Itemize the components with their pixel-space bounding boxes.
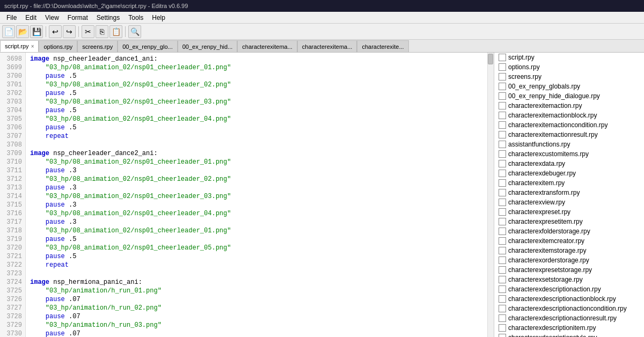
file-item-25[interactable]: characterexdescriptionactionblock.rpy — [494, 294, 644, 304]
code-area[interactable]: image nsp_cheerleader_dance1_ani: "03_hp… — [26, 53, 487, 337]
file-label-15: characterexview.rpy — [508, 199, 565, 206]
code-line-3724: image nsp_hermiona_panic_ani: — [30, 278, 483, 287]
file-item-5[interactable]: characterexitemaction.rpy — [494, 101, 644, 111]
line-num-3699: 3699 — [0, 63, 25, 72]
tab-4[interactable]: 00_ex_renpy_hid... — [178, 40, 238, 52]
file-label-16: characterexpreset.rpy — [508, 208, 570, 216]
file-item-7[interactable]: characterexitemactioncondition.rpy — [494, 120, 644, 130]
code-line-3701: "03_hp/08_animation_02/nsp01_cheerleader… — [30, 80, 483, 89]
tab-5[interactable]: characterexitema... — [237, 40, 297, 52]
file-item-23[interactable]: characterexsetstorage.rpy — [494, 275, 644, 284]
tab-close-0[interactable]: × — [31, 43, 34, 49]
tab-6[interactable]: characterexitema... — [297, 40, 357, 52]
code-line-3725: "03_hp/animation/h_run_01.png" — [30, 287, 483, 295]
file-label-21: characterexorderstorage.rpy — [508, 257, 589, 264]
menu-settings[interactable]: Settings — [92, 13, 124, 23]
file-label-22: characterexpresetstorage.rpy — [508, 266, 592, 274]
line-num-3724: 3724 — [0, 278, 25, 287]
copy-button[interactable]: ⎘ — [96, 25, 108, 38]
open-file-button[interactable]: 📂 — [16, 25, 29, 38]
tab-label-5: characterexitema... — [242, 43, 292, 50]
file-item-16[interactable]: characterexpreset.rpy — [494, 207, 644, 217]
file-item-17[interactable]: characterexpresetitem.rpy — [494, 217, 644, 226]
file-item-26[interactable]: characterexdescriptionactioncondition.rp… — [494, 304, 644, 313]
code-line-3698: image nsp_cheerleader_dance1_ani: — [30, 55, 483, 63]
file-icon-23 — [499, 276, 506, 283]
file-icon-8 — [499, 131, 506, 138]
file-label-26: characterexdescriptionactioncondition.rp… — [508, 305, 627, 312]
file-item-24[interactable]: characterexdescriptionaction.rpy — [494, 284, 644, 294]
menu-edit[interactable]: Edit — [21, 13, 41, 23]
tab-1[interactable]: options.rpy — [39, 40, 77, 52]
file-item-12[interactable]: characterexdebuger.rpy — [494, 169, 644, 178]
file-item-22[interactable]: characterexpresetstorage.rpy — [494, 265, 644, 275]
line-num-3713: 3713 — [0, 184, 25, 192]
menu-tools[interactable]: Tools — [124, 13, 148, 23]
line-num-3701: 3701 — [0, 80, 25, 89]
editor-scrollbar-thumb[interactable] — [488, 54, 493, 64]
file-item-19[interactable]: characterexitemcreator.rpy — [494, 236, 644, 246]
undo-button[interactable]: ↩ — [49, 25, 62, 38]
file-item-3[interactable]: 00_ex_renpy_globals.rpy — [494, 82, 644, 91]
tab-2[interactable]: screens.rpy — [77, 40, 118, 52]
save-file-button[interactable]: 💾 — [30, 25, 43, 38]
code-line-3717: pause .3 — [30, 218, 483, 226]
line-num-3725: 3725 — [0, 287, 25, 295]
file-item-29[interactable]: characterexdescriptionstyle.rpy — [494, 333, 644, 337]
file-item-8[interactable]: characterexitemactionresult.rpy — [494, 130, 644, 140]
file-icon-24 — [499, 285, 506, 293]
paste-button[interactable]: 📋 — [109, 25, 122, 38]
new-file-button[interactable]: 📄 — [2, 25, 15, 38]
file-icon-18 — [499, 228, 506, 235]
file-label-11: characterexdata.rpy — [508, 160, 565, 167]
file-item-21[interactable]: characterexorderstorage.rpy — [494, 255, 644, 265]
line-num-3727: 3727 — [0, 304, 25, 312]
tab-label-3: 00_ex_renpy_glo... — [122, 43, 173, 50]
tab-label-1: options.rpy — [43, 43, 72, 50]
redo-button[interactable]: ↪ — [63, 25, 76, 38]
code-line-3708 — [30, 141, 483, 149]
line-num-3716: 3716 — [0, 209, 25, 218]
tab-0[interactable]: script.rpy× — [0, 40, 39, 52]
line-num-3714: 3714 — [0, 192, 25, 201]
code-line-3728: pause .07 — [30, 312, 483, 321]
file-item-0[interactable]: script.rpy — [494, 53, 644, 62]
line-num-3723: 3723 — [0, 269, 25, 278]
file-label-28: characterexdescriptionitem.rpy — [508, 324, 596, 332]
find-button[interactable]: 🔍 — [128, 25, 141, 38]
title-bar: script.rpy - file://D:\Downloads\witch_2… — [0, 0, 644, 12]
line-num-3710: 3710 — [0, 158, 25, 166]
editor-scrollbar[interactable] — [487, 53, 494, 337]
file-item-13[interactable]: characterexitem.rpy — [494, 178, 644, 188]
file-item-9[interactable]: assistantfunctions.rpy — [494, 140, 644, 149]
code-line-3720: "03_hp/08_animation_02/nsp01_cheerleader… — [30, 244, 483, 252]
file-item-2[interactable]: screens.rpy — [494, 72, 644, 82]
file-item-14[interactable]: characterextransform.rpy — [494, 188, 644, 197]
file-item-20[interactable]: characterexitemstorage.rpy — [494, 246, 644, 255]
line-num-3711: 3711 — [0, 166, 25, 175]
line-num-3721: 3721 — [0, 252, 25, 261]
file-item-18[interactable]: characterexfolderstorage.rpy — [494, 226, 644, 236]
menu-file[interactable]: File — [2, 13, 21, 23]
menu-help[interactable]: Help — [148, 13, 170, 23]
cut-button[interactable]: ✂ — [82, 25, 94, 38]
line-num-3726: 3726 — [0, 295, 25, 304]
file-item-15[interactable]: characterexview.rpy — [494, 197, 644, 207]
file-label-27: characterexdescriptionactionresult.rpy — [508, 314, 617, 322]
tab-7[interactable]: characterexite... — [357, 40, 408, 52]
file-item-10[interactable]: characterexcustomitems.rpy — [494, 149, 644, 159]
menu-format[interactable]: Format — [63, 13, 92, 23]
file-icon-4 — [499, 92, 506, 100]
file-icon-1 — [499, 63, 506, 71]
file-item-27[interactable]: characterexdescriptionactionresult.rpy — [494, 313, 644, 323]
line-num-3717: 3717 — [0, 218, 25, 226]
file-item-28[interactable]: characterexdescriptionitem.rpy — [494, 323, 644, 333]
file-item-6[interactable]: characterexitemactionblock.rpy — [494, 111, 644, 120]
file-item-4[interactable]: 00_ex_renpy_hide_dialogue.rpy — [494, 91, 644, 101]
menu-view[interactable]: View — [41, 13, 63, 23]
tab-3[interactable]: 00_ex_renpy_glo... — [118, 40, 178, 52]
file-item-1[interactable]: options.rpy — [494, 62, 644, 72]
line-num-3712: 3712 — [0, 175, 25, 184]
file-item-11[interactable]: characterexdata.rpy — [494, 159, 644, 169]
file-icon-11 — [499, 160, 506, 167]
